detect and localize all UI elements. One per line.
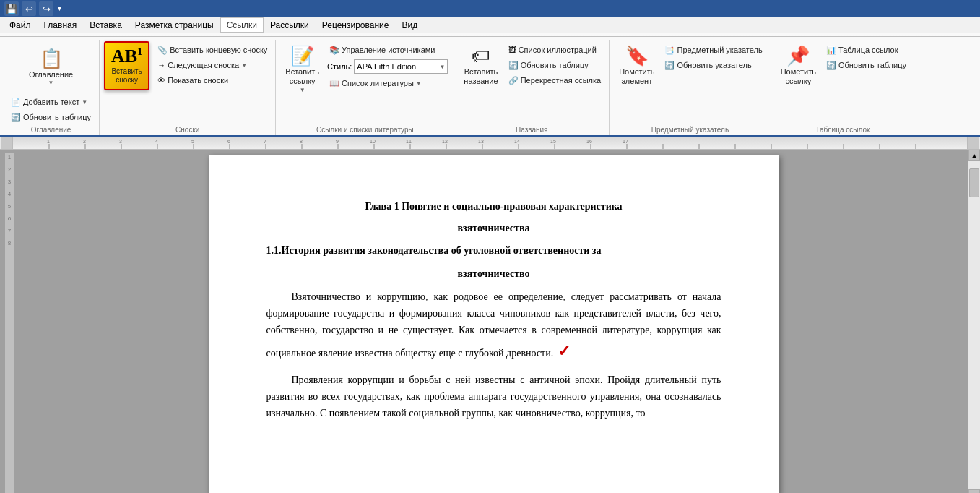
illustrations-list-button[interactable]: 🖼 Список иллюстраций (505, 43, 605, 57)
style-dropdown-arrow: ▼ (439, 64, 445, 70)
mark-item-label: Пометитьэлемент (619, 67, 654, 86)
cross-ref-label: Перекрестная ссылка (521, 76, 602, 85)
menu-insert[interactable]: Вставка (83, 17, 129, 33)
add-text-icon: 📄 (11, 98, 21, 107)
subject-index-button[interactable]: 📑 Предметный указатель (661, 43, 766, 57)
update-table-icon: 🔄 (11, 113, 21, 122)
mark-item-button[interactable]: 🔖 Пометитьэлемент (614, 41, 659, 90)
save-button[interactable]: 💾 (4, 1, 19, 16)
update-table-button[interactable]: 🔄 Обновить таблицу (7, 110, 95, 124)
group-index-label: Предметный указатель (614, 124, 766, 135)
subject-index-label: Предметный указатель (677, 46, 762, 54)
redo-button[interactable]: ↪ (39, 1, 53, 16)
style-dropdown[interactable]: APA Fifth Edition ▼ (354, 59, 448, 74)
update-table-captions-button[interactable]: 🔄 Обновить таблицу (505, 58, 605, 72)
paragraph-2-text: Проявления коррупции и борьбы с ней изве… (266, 374, 721, 419)
document-page: Глава 1 Понятие и социально-правовая хар… (209, 155, 779, 493)
cross-ref-icon: 🔗 (508, 76, 519, 85)
insert-citation-button[interactable]: 📝 Вставитьссылку ▼ (280, 41, 324, 90)
group-index: 🔖 Пометитьэлемент 📑 Предметный указатель… (610, 40, 771, 135)
mark-item-icon: 🔖 (625, 45, 649, 67)
toc-side-buttons: 📄 Добавить текст ▼ 🔄 Обновить таблицу (7, 95, 95, 124)
cross-reference-button[interactable]: 🔗 Перекрестная ссылка (505, 73, 605, 87)
svg-text:11: 11 (406, 139, 412, 144)
add-text-button[interactable]: 📄 Добавить текст ▼ (7, 95, 95, 109)
svg-text:8: 8 (300, 139, 303, 144)
document-area[interactable]: Глава 1 Понятие и социально-правовая хар… (19, 150, 968, 493)
manage-sources-button[interactable]: 📚 Управление источниками (326, 43, 449, 57)
group-index-buttons: 🔖 Пометитьэлемент 📑 Предметный указатель… (614, 41, 766, 124)
illustrations-icon: 🖼 (508, 46, 516, 54)
left-margin: 12345678 (0, 150, 19, 493)
undo-button[interactable]: ↩ (22, 1, 36, 16)
paragraph-1-text: Взяточничество и коррупцию, как родовое … (266, 291, 721, 359)
insert-endnote-button[interactable]: 📎 Вставить концевую сноску (154, 43, 271, 57)
bibliography-icon: 📖 (329, 79, 339, 88)
group-table-of-authorities: 📌 Пометитьссылку 📊 Таблица ссылок 🔄 Обно… (771, 40, 914, 135)
ruler: 1 2 3 4 5 6 7 8 9 10 11 12 13 14 15 16 1… (0, 137, 980, 150)
section-heading-cont: взяточничество (266, 266, 721, 282)
svg-text:10: 10 (370, 139, 376, 144)
svg-text:15: 15 (550, 139, 556, 144)
group-toc-label: Оглавление (7, 124, 95, 135)
update-caps-label: Обновить таблицу (521, 61, 589, 69)
insert-endnote-icon: 📎 (157, 46, 168, 55)
update-index-button[interactable]: 🔄 Обновить указатель (661, 58, 766, 72)
vertical-scrollbar[interactable]: ▲ ▼ (968, 150, 980, 493)
menu-view[interactable]: Вид (395, 17, 424, 33)
paragraph-1: Взяточничество и коррупцию, как родовое … (266, 288, 721, 365)
manage-sources-icon: 📚 (329, 46, 339, 55)
section-heading: 1.1.История развития законодательства об… (266, 243, 721, 259)
menu-home[interactable]: Главная (38, 17, 84, 33)
menu-bar: Файл Главная Вставка Разметка страницы С… (0, 17, 980, 33)
group-citations-buttons: 📝 Вставитьссылку ▼ 📚 Управление источник… (280, 41, 449, 124)
table-of-authorities-button[interactable]: 📊 Таблица ссылок (823, 43, 910, 57)
index-side-buttons: 📑 Предметный указатель 🔄 Обновить указат… (661, 41, 766, 72)
insert-footnote-button[interactable]: AB1 Вставитьсноску (104, 41, 149, 90)
group-toc-buttons: 📋 Оглавление ▼ 📄 Добавить текст ▼ 🔄 Обно… (7, 41, 95, 124)
svg-text:1: 1 (47, 139, 50, 144)
update-table-auth-button[interactable]: 🔄 Обновить таблицу (823, 58, 910, 72)
ribbon-content: 📋 Оглавление ▼ 📄 Добавить текст ▼ 🔄 Обно… (0, 36, 980, 135)
menu-file[interactable]: Файл (3, 17, 38, 33)
svg-text:12: 12 (442, 139, 448, 144)
menu-mailings[interactable]: Рассылки (264, 17, 316, 33)
toc-dropdown-arrow: ▼ (48, 80, 54, 87)
auth-table-label: Таблица ссылок (838, 46, 898, 54)
bibliography-button[interactable]: 📖 Список литературы ▼ (326, 76, 449, 90)
insert-citation-label: Вставитьссылку (285, 67, 319, 86)
svg-text:17: 17 (623, 139, 628, 144)
group-captions-buttons: 🏷 Вставитьназвание 🖼 Список иллюстраций … (459, 41, 604, 124)
quick-access-dropdown[interactable]: ▼ (56, 5, 63, 12)
citations-side-buttons: 📚 Управление источниками Стиль: APA Fift… (326, 41, 449, 90)
captions-side-buttons: 🖼 Список иллюстраций 🔄 Обновить таблицу … (505, 41, 605, 87)
checkmark-annotation: ✓ (553, 342, 571, 360)
scroll-track[interactable] (968, 161, 980, 489)
scroll-up-button[interactable]: ▲ (968, 150, 980, 161)
toc-icon: 📋 (40, 48, 63, 70)
mark-citation-icon: 📌 (786, 45, 810, 67)
menu-references[interactable]: Ссылки (220, 17, 264, 33)
svg-text:3: 3 (119, 139, 122, 144)
menu-review[interactable]: Рецензирование (316, 17, 396, 33)
group-toc: 📋 Оглавление ▼ 📄 Добавить текст ▼ 🔄 Обно… (3, 40, 100, 135)
svg-text:16: 16 (586, 139, 592, 144)
style-value: APA Fifth Edition (357, 62, 416, 71)
show-footnotes-button[interactable]: 👁 Показать сноски (154, 73, 271, 87)
group-captions-label: Названия (459, 124, 604, 135)
mark-citation-label: Пометитьссылку (781, 67, 816, 86)
svg-text:4: 4 (155, 139, 158, 144)
insert-citation-arrow: ▼ (300, 87, 305, 94)
scroll-thumb[interactable] (969, 168, 979, 197)
toc-button[interactable]: 📋 Оглавление ▼ (7, 43, 95, 92)
update-caps-icon: 🔄 (508, 61, 519, 70)
scroll-down-button[interactable]: ▼ (968, 489, 980, 493)
insert-caption-button[interactable]: 🏷 Вставитьназвание (459, 41, 503, 90)
ruler-inner: 1 2 3 4 5 6 7 8 9 10 11 12 13 14 15 16 1… (13, 137, 967, 149)
mark-citation-button[interactable]: 📌 Пометитьссылку (776, 41, 821, 90)
chapter-heading: Глава 1 Понятие и социально-правовая хар… (266, 199, 721, 215)
next-footnote-button[interactable]: → Следующая сноска ▼ (154, 58, 271, 72)
menu-page-layout[interactable]: Разметка страницы (129, 17, 220, 33)
update-table-label: Обновить таблицу (23, 113, 91, 121)
auth-side-buttons: 📊 Таблица ссылок 🔄 Обновить таблицу (823, 41, 910, 72)
